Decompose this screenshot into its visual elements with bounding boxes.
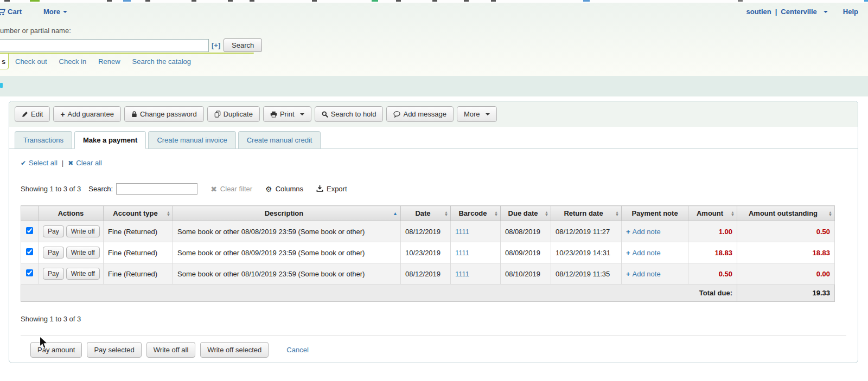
browser-edge-fragment: [107, 0, 112, 2]
write-off-button[interactable]: Write off: [66, 247, 100, 259]
column-header-payment-note: Payment note: [622, 206, 688, 221]
row-checkbox[interactable]: [26, 269, 33, 276]
more-button[interactable]: More: [457, 106, 497, 122]
table-search-input[interactable]: [116, 183, 197, 195]
sort-icon: ▲▼: [494, 211, 498, 216]
total-due-value: 19.33: [737, 285, 835, 302]
column-header-amount[interactable]: Amount▲▼: [688, 206, 737, 221]
pay-amount-button[interactable]: Pay amount: [30, 342, 82, 358]
clear-all-link[interactable]: ✖ Clear all: [68, 159, 102, 167]
duplicate-button[interactable]: Duplicate: [207, 106, 260, 122]
amount-outstanding-cell: 0.00: [737, 263, 835, 285]
browser-edge-fragment: [192, 0, 196, 2]
cart-link[interactable]: Cart: [8, 8, 22, 16]
pay-selected-button[interactable]: Pay selected: [87, 342, 141, 358]
pay-button[interactable]: Pay: [43, 225, 64, 237]
sort-icon: ▲▼: [444, 211, 448, 216]
print-button[interactable]: Print: [263, 106, 311, 122]
column-header-amount-outstanding[interactable]: Amount outstanding▲▼: [737, 206, 835, 221]
header-tab-check-out[interactable]: Check out: [15, 57, 47, 66]
patron-search-label: umber or partial name:: [0, 27, 71, 35]
browser-edge-fragment: [864, 0, 868, 2]
selection-bar: ✔ Select all | ✖ Clear all: [21, 159, 846, 167]
edit-button[interactable]: Edit: [15, 106, 50, 122]
browser-edge-fragment: [4, 0, 10, 2]
cart-icon: [0, 8, 5, 16]
export-button[interactable]: Export: [316, 185, 347, 193]
add-note-link[interactable]: +Add note: [626, 228, 661, 236]
header-tab-check-in[interactable]: Check in: [59, 57, 87, 66]
row-checkbox[interactable]: [26, 248, 33, 255]
pay-button[interactable]: Pay: [43, 268, 64, 280]
date-cell: 08/12/2019: [401, 263, 451, 285]
more-menu[interactable]: More: [43, 8, 67, 16]
write-off-selected-button[interactable]: Write off selected: [200, 342, 269, 358]
help-link[interactable]: Help: [843, 8, 858, 16]
plus-icon: +: [626, 228, 630, 236]
column-header-description[interactable]: Description▲: [173, 206, 401, 221]
header-tab-renew[interactable]: Renew: [98, 57, 120, 66]
column-header-return-date[interactable]: Return date▲▼: [551, 206, 622, 221]
fines-table: ActionsAccount type▲▼Description▲Date▲▼B…: [21, 205, 835, 302]
return-date-cell: 08/12/2019 11:35: [551, 263, 622, 285]
current-library[interactable]: Centerville: [781, 8, 816, 16]
total-due-row: Total due:19.33: [21, 285, 835, 302]
expand-search-link[interactable]: [+]: [212, 41, 220, 49]
add-note-link[interactable]: +Add note: [626, 270, 661, 278]
columns-button[interactable]: ⚙ Columns: [265, 185, 303, 193]
browser-edge-fragment: [145, 0, 150, 2]
x-icon: ✖: [68, 159, 73, 167]
cancel-link[interactable]: Cancel: [286, 346, 308, 354]
change-password-button[interactable]: Change password: [124, 106, 204, 122]
search-tabs-underline: [0, 53, 254, 54]
selection-divider: |: [62, 159, 63, 167]
plus-icon: +: [626, 270, 630, 278]
account-type-cell: Fine (Returned): [104, 242, 173, 263]
column-header-checkbox: [21, 206, 39, 221]
tab-create-manual-credit[interactable]: Create manual credit: [238, 131, 321, 149]
add-guarantee-button[interactable]: +Add guarantee: [53, 106, 120, 122]
write-off-all-button[interactable]: Write off all: [146, 342, 196, 358]
write-off-button[interactable]: Write off: [66, 225, 100, 237]
add-note-link[interactable]: +Add note: [626, 249, 661, 257]
lock-icon: [131, 111, 137, 118]
column-header-account-type[interactable]: Account type▲▼: [104, 206, 173, 221]
patron-search-input[interactable]: [0, 39, 209, 52]
description-cell: Some book or other 08/10/2019 23:59 (Som…: [173, 263, 401, 285]
patron-search-button[interactable]: Search: [224, 38, 262, 52]
amount-outstanding-cell: 18.83: [737, 242, 835, 263]
search-to-hold-button[interactable]: Search to hold: [315, 106, 384, 122]
account-tabs: TransactionsMake a paymentCreate manual …: [9, 127, 858, 149]
active-search-tab-fragment[interactable]: s: [0, 54, 9, 69]
table-row: PayWrite offFine (Returned)Some book or …: [21, 221, 835, 242]
duplicate-icon: [214, 111, 221, 118]
browser-edge-fragment: [432, 0, 437, 2]
select-all-link[interactable]: ✔ Select all: [21, 159, 58, 167]
browser-edge-fragment: [464, 0, 469, 2]
payment-note-cell: +Add note: [622, 242, 688, 263]
plus-icon: +: [626, 249, 630, 257]
search-icon: [322, 111, 328, 118]
sort-icon: ▲▼: [615, 211, 619, 216]
clear-filter-button[interactable]: ✖ Clear filter: [210, 185, 252, 193]
pencil-icon: [22, 111, 28, 118]
tab-create-manual-invoice[interactable]: Create manual invoice: [148, 131, 235, 149]
logged-in-user[interactable]: soutien: [746, 8, 771, 16]
header-tab-search-the-catalog[interactable]: Search the catalog: [132, 57, 191, 66]
write-off-button[interactable]: Write off: [66, 268, 100, 280]
column-header-due-date[interactable]: Due date▲▼: [501, 206, 551, 221]
browser-edge-fragment: [312, 0, 317, 2]
page-header: Cart More soutien | Centerville Help umb…: [0, 3, 868, 76]
column-header-date[interactable]: Date▲▼: [401, 206, 451, 221]
add-message-button[interactable]: Add message: [386, 106, 454, 122]
plus-icon: +: [60, 111, 65, 118]
due-date-cell: 08/08/2019: [501, 221, 551, 242]
column-header-barcode[interactable]: Barcode▲▼: [451, 206, 501, 221]
pay-button[interactable]: Pay: [43, 247, 64, 259]
tab-make-a-payment[interactable]: Make a payment: [74, 131, 146, 149]
row-checkbox[interactable]: [26, 227, 33, 234]
tab-transactions[interactable]: Transactions: [15, 131, 72, 149]
chevron-down-icon: [300, 113, 304, 115]
browser-edge-fragment: [583, 0, 590, 2]
chevron-down-icon: [486, 113, 490, 115]
